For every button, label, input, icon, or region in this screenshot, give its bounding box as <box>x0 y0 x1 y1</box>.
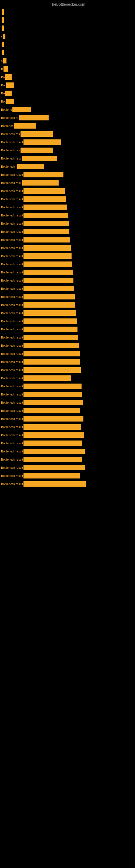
bar-row: Bottleneck result <box>1 195 135 203</box>
bar-fill <box>24 205 67 210</box>
bar-label: Bottleneck result <box>1 409 24 412</box>
bar-label: Bottleneck result <box>1 336 24 339</box>
bar-row: r <box>1 32 135 40</box>
bar-label: Bottleneck result <box>1 262 24 266</box>
bar-row: Bottleneck result <box>1 187 135 195</box>
bar-label: Bottleneck result <box>1 458 24 461</box>
bar-row: Bottleneck result <box>1 301 135 309</box>
bar-row: Bottleneck result <box>1 382 135 390</box>
bar-row: Bottleneck result <box>1 455 135 463</box>
bar-label: Bottlene <box>1 108 12 111</box>
bar-label: Bo <box>1 92 5 95</box>
bar-label: Bottleneck result <box>1 287 24 290</box>
bar-fill <box>5 74 12 80</box>
bar-row: Bot <box>1 97 135 105</box>
bar-label: Bottleneck result <box>1 376 24 380</box>
bar-row: Bottleneck result <box>1 390 135 398</box>
bar-label: Bottleneck result <box>1 238 24 241</box>
bar-fill <box>3 58 6 63</box>
bar-fill <box>22 180 58 186</box>
bar-fill <box>24 465 85 470</box>
bar-fill <box>24 172 63 177</box>
bar-label: Bottleneck result <box>1 393 24 396</box>
bar-fill <box>20 148 53 153</box>
bar-fill <box>2 42 4 47</box>
bar-label: Bottleneck result <box>1 368 24 372</box>
bar-fill <box>6 83 14 88</box>
bar-fill <box>5 91 12 96</box>
bar-fill <box>22 156 57 161</box>
bar-fill <box>14 123 36 129</box>
bar-row: B <box>1 65 135 73</box>
bar-label: Bottleneck result <box>1 279 24 282</box>
bar-row: Bottleneck result <box>1 431 135 439</box>
bar-fill <box>24 448 85 454</box>
bar-fill <box>24 383 82 389</box>
bar-label: Bottleneck result <box>1 141 24 144</box>
bar-row: Bottleneck result <box>1 203 135 211</box>
bar-row: Bottleneck result <box>1 463 135 471</box>
bar-label: Bottleneck result <box>1 295 24 299</box>
bar-fill <box>24 188 65 194</box>
bar-fill <box>24 294 75 300</box>
bar-row: Bottleneck result <box>1 325 135 333</box>
bar-row: Bottleneck result <box>1 284 135 292</box>
bar-fill <box>24 416 83 422</box>
bar-label: Bottleneck result <box>1 425 24 429</box>
bar-row: Bottleneck result <box>1 366 135 374</box>
bar-label: Bot <box>1 84 6 87</box>
bar-fill <box>24 270 73 275</box>
bar-row: Bottleneck result <box>1 447 135 455</box>
bar-row: Bottleneck re <box>1 113 135 122</box>
bar-label: Bottleneck result <box>1 466 24 469</box>
bar-fill <box>6 99 14 104</box>
bar-row: Bottleneck result <box>1 341 135 349</box>
bar-fill <box>24 432 84 438</box>
bar-label: Bottleneck result <box>1 271 24 274</box>
page-wrapper: TheBottlenecker.com rsBBoBotBoBotBottlen… <box>0 0 135 868</box>
bar-label: Bottleneck res <box>1 149 20 152</box>
bar-row <box>1 8 135 16</box>
bar-fill <box>24 440 82 446</box>
bar-label: Bottleneck result <box>1 417 24 421</box>
bar-label: s <box>1 59 3 62</box>
bar-fill <box>24 261 72 267</box>
bar-fill <box>24 457 82 462</box>
bar-label: Bottleneck result <box>1 344 24 347</box>
bar-row: Bottleneck result <box>1 170 135 179</box>
bar-row: Bottleneck result <box>1 244 135 252</box>
bar-label: Bottleneck result <box>1 173 24 176</box>
bar-row: Bottleneck result <box>1 398 135 406</box>
bar-fill <box>24 351 80 356</box>
bar-label: Bottleneck result <box>1 197 24 201</box>
bar-fill <box>24 229 70 235</box>
bar-fill <box>24 473 80 478</box>
bar-fill <box>2 18 4 23</box>
bar-label: Bottleneck res <box>1 132 20 135</box>
bar-row: Bottleneck result <box>1 309 135 317</box>
bar-label: Bottleneck r <box>1 165 17 168</box>
bar-row: Bottleneck resu <box>1 179 135 187</box>
bar-fill <box>24 367 81 373</box>
bar-fill <box>24 213 68 218</box>
bar-row: Bottleneck result <box>1 423 135 431</box>
bar-fill <box>24 221 69 226</box>
bar-label: Bottleneck result <box>1 189 24 193</box>
bar-fill <box>24 359 80 365</box>
bar-fill <box>3 66 8 72</box>
bar-label: Bottleneck resu <box>1 181 22 184</box>
bar-row: Bottleneck result <box>1 268 135 276</box>
bar-row: Bottleneck result <box>1 333 135 341</box>
bar-fill <box>24 196 66 202</box>
bar-fill <box>24 245 71 251</box>
bar-fill <box>2 50 4 55</box>
bar-fill <box>24 318 77 324</box>
bar-label: Bottleneck result <box>1 360 24 364</box>
bar-row: Bottlene <box>1 105 135 113</box>
bar-fill <box>24 481 86 487</box>
bar-label: Bottleneck result <box>1 214 24 217</box>
bar-label: Bottleneck result <box>1 246 24 250</box>
bar-row: Bottleneck result <box>1 211 135 219</box>
bar-row: Bottleneck result <box>1 276 135 284</box>
bar-row: Bottleneck result <box>1 260 135 268</box>
